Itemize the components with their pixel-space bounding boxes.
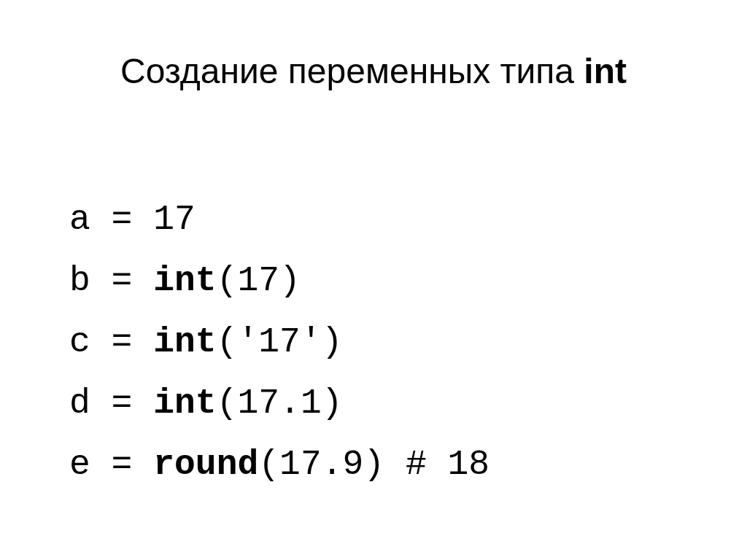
code-block: a = 17 b = int(17) c = int('17') d = int… [69, 128, 678, 556]
code-keyword: int [153, 384, 216, 423]
code-var: e [69, 445, 90, 484]
code-rest: ('17') [217, 322, 343, 362]
code-pre: = [90, 445, 153, 484]
code-rest: (17.9) # 18 [258, 445, 489, 484]
code-var: a [69, 200, 90, 239]
code-pre: = [90, 261, 153, 300]
code-var: c [69, 322, 90, 362]
code-line: b = int(17) [69, 261, 301, 300]
code-keyword: round [153, 445, 258, 484]
title-keyword: int [584, 52, 627, 90]
code-line: c = int('17') [69, 322, 342, 362]
code-line: d = int(17.1) [69, 384, 342, 423]
code-rest: (17.1) [217, 384, 343, 423]
code-var: d [69, 384, 90, 423]
code-keyword: int [153, 322, 216, 362]
code-pre: = [90, 200, 153, 239]
code-line: a = 17 [69, 200, 196, 239]
slide-title: Создание переменных типа int [69, 51, 678, 91]
title-prefix: Создание переменных типа [120, 52, 584, 90]
code-var: b [69, 261, 90, 300]
code-pre: = [90, 384, 153, 423]
code-keyword: int [153, 261, 216, 300]
code-line: e = round(17.9) # 18 [69, 445, 489, 484]
code-rest: 17 [153, 200, 196, 239]
code-rest: (17) [217, 261, 301, 300]
slide: Создание переменных типа int a = 17 b = … [0, 0, 747, 560]
code-pre: = [90, 322, 153, 362]
